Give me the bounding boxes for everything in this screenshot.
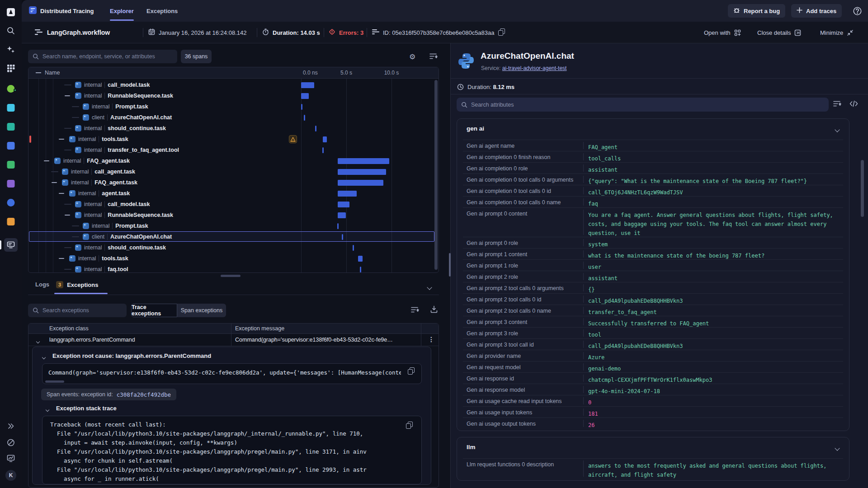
code-view-icon[interactable] — [849, 100, 858, 108]
exceptions-filter-icon[interactable] — [411, 306, 419, 314]
apps-grid-icon[interactable] — [7, 64, 15, 72]
tree-vertical-scrollbar[interactable] — [434, 80, 438, 270]
attribute-row[interactable]: Gen ai response idchatcmpl-CEXXjmfPFfTWr… — [463, 372, 843, 384]
span-duration-bar[interactable] — [301, 93, 309, 99]
close-details-button[interactable]: Close details — [757, 22, 801, 43]
span-duration-bar[interactable] — [301, 82, 314, 88]
tab-explorer[interactable]: Explorer — [110, 0, 134, 22]
attribute-row[interactable]: Gen ai completion 0 tool calls 0 idcall_… — [463, 185, 843, 196]
span-tree-row[interactable]: internalFAQ_agent.task — [28, 177, 435, 188]
search-icon[interactable] — [6, 26, 15, 35]
copy-code-icon[interactable] — [408, 367, 415, 375]
section-collapse-chevron[interactable] — [835, 126, 839, 133]
service-link[interactable]: ai-travel-advisor-agent-test — [502, 65, 567, 71]
product-home[interactable]: Distributed Tracing — [29, 0, 94, 22]
attribute-row[interactable]: Llm request functions 0 descriptionanswe… — [463, 458, 843, 479]
attribute-row[interactable]: Gen ai prompt 1 contentwhat is the maint… — [463, 248, 843, 259]
collapse-section-chevron[interactable] — [428, 284, 431, 291]
tree-settings-gear-icon[interactable]: ⚙ — [409, 52, 415, 61]
attributes-filter-icon[interactable] — [833, 100, 841, 108]
collapse-toggle[interactable] — [65, 215, 70, 216]
code-scrollbar[interactable] — [45, 380, 64, 383]
attribute-row[interactable]: Gen ai prompt 1 roleuser — [463, 259, 843, 271]
attribute-row[interactable]: Gen ai usage input tokens181 — [463, 406, 843, 418]
span-duration-bar[interactable] — [353, 245, 354, 251]
trace-exceptions-toggle[interactable]: Trace exceptions — [131, 304, 177, 317]
span-duration-bar[interactable] — [323, 136, 327, 142]
attribute-row[interactable]: Gen ai response modelgpt-4o-mini-2024-07… — [463, 384, 843, 395]
collapse-all-icon[interactable] — [36, 72, 41, 73]
attribute-row[interactable]: Gen ai prompt 3 contentSuccessfully tran… — [463, 316, 843, 327]
app-orange[interactable] — [7, 218, 15, 225]
span-duration-bar[interactable] — [338, 212, 346, 218]
span-duration-bar[interactable] — [358, 256, 363, 262]
report-bug-button[interactable]: Report a bug — [728, 4, 785, 18]
span-tree-row[interactable]: internaltools.task — [28, 253, 435, 264]
sparkles-icon[interactable] — [6, 45, 15, 54]
attribute-row[interactable]: Gen ai completion 0 roleassistant — [463, 162, 843, 174]
tree-filter-icon[interactable] — [429, 53, 438, 61]
bottom-tab-exceptions[interactable]: 3Exceptions — [56, 281, 98, 288]
attribute-row[interactable]: Gen ai prompt 0 contentYou are a faq age… — [463, 207, 843, 237]
attribute-row[interactable]: Gen ai prompt 0 rolesystem — [463, 237, 843, 248]
collapse-toggle[interactable] — [59, 193, 64, 194]
span-tree-row[interactable]: internalcall_model.task — [28, 80, 435, 90]
collapse-toggle[interactable] — [65, 95, 70, 96]
span-tree-row[interactable]: internalcall_model.task — [28, 199, 435, 210]
app-green-cube[interactable] — [7, 161, 15, 169]
span-tree-row[interactable]: internalPrompt.task — [28, 101, 435, 112]
span-tree-row[interactable]: internalRunnableSequence.task — [28, 90, 435, 101]
span-duration-bar[interactable] — [338, 169, 386, 175]
span-tree-row[interactable]: clientAzureChatOpenAI.chat — [28, 231, 435, 242]
attribute-row[interactable]: Gen ai completion 0 finish reasontool_ca… — [463, 151, 843, 162]
app-purple-cube[interactable] — [7, 180, 15, 188]
copy-trace-id-icon[interactable] — [498, 28, 505, 36]
open-with-button[interactable]: Open with — [704, 22, 741, 43]
span-duration-bar[interactable] — [360, 267, 361, 272]
span-duration-bar[interactable] — [338, 180, 383, 186]
span-tree-row[interactable]: internaltools.task — [28, 134, 435, 145]
collapse-toggle[interactable] — [52, 182, 57, 183]
tab-exceptions[interactable]: Exceptions — [146, 0, 178, 22]
span-tree-row[interactable]: internalfaq.tool — [28, 264, 435, 273]
exception-search-input[interactable]: Search exceptions — [28, 304, 127, 317]
panel-resize-handle[interactable] — [449, 253, 451, 277]
app-blue-grid[interactable] — [7, 142, 15, 150]
tree-horizontal-scrollbar[interactable] — [221, 275, 241, 277]
span-duration-bar[interactable] — [338, 191, 357, 197]
attribute-row[interactable]: Gen ai completion 0 tool calls 0 argumen… — [463, 174, 843, 185]
details-scrollbar[interactable] — [861, 160, 864, 217]
attribute-row[interactable]: Gen ai prompt 2 tool calls 0 nametransfe… — [463, 305, 843, 316]
bottom-tab-logs[interactable]: Logs — [35, 281, 49, 288]
section-collapse-chevron[interactable] — [835, 445, 839, 451]
root-cause-chevron[interactable] — [42, 353, 45, 360]
span-exceptions-toggle[interactable]: Span exceptions — [177, 304, 226, 317]
span-duration-bar[interactable] — [304, 115, 305, 121]
user-avatar[interactable]: K — [5, 470, 16, 481]
span-tree-row[interactable]: internalcall_agent.task — [28, 166, 435, 177]
brand-logo-icon[interactable] — [5, 6, 17, 18]
span-tree-row[interactable]: internalshould_continue.task — [28, 123, 435, 134]
span-tree-row[interactable]: internalRunnableSequence.task — [28, 210, 435, 221]
span-duration-bar[interactable] — [337, 223, 339, 229]
copy-stack-icon[interactable] — [406, 422, 413, 429]
span-tree-row[interactable]: internalPrompt.task — [28, 221, 435, 231]
attribute-row[interactable]: Gen ai prompt 3 tool call idcall_pd4A9lp… — [463, 338, 843, 350]
attribute-row[interactable]: Gen ai request modelgenai-demo — [463, 361, 843, 372]
status-circle-icon[interactable] — [7, 438, 15, 447]
span-duration-bar[interactable] — [315, 126, 316, 131]
help-icon[interactable] — [853, 6, 862, 17]
collapse-toggle[interactable] — [44, 160, 49, 161]
span-duration-bar[interactable] — [338, 202, 349, 207]
span-tree-row[interactable]: internaltransfer_to_faq_agent.tool — [28, 145, 435, 155]
attribute-search-input[interactable]: Search attributes — [457, 98, 829, 112]
span-tree-row[interactable]: internalFAQ_agent.task — [28, 155, 435, 166]
attribute-row[interactable]: Gen ai prompt 2 tool calls 0 arguments{} — [463, 282, 843, 293]
attribute-row[interactable]: Gen ai completion 0 tool calls 0 namefaq — [463, 196, 843, 207]
span-duration-bar[interactable] — [322, 147, 324, 153]
span-tree-row[interactable]: clientAzureChatOpenAI.chat — [28, 112, 435, 123]
attribute-row[interactable]: Gen ai prompt 2 roleassistant — [463, 271, 843, 282]
span-duration-bar[interactable] — [338, 158, 389, 164]
span-search-input[interactable]: Search name, endpoint, service, or attri… — [28, 50, 177, 63]
app-teal[interactable] — [7, 123, 15, 131]
